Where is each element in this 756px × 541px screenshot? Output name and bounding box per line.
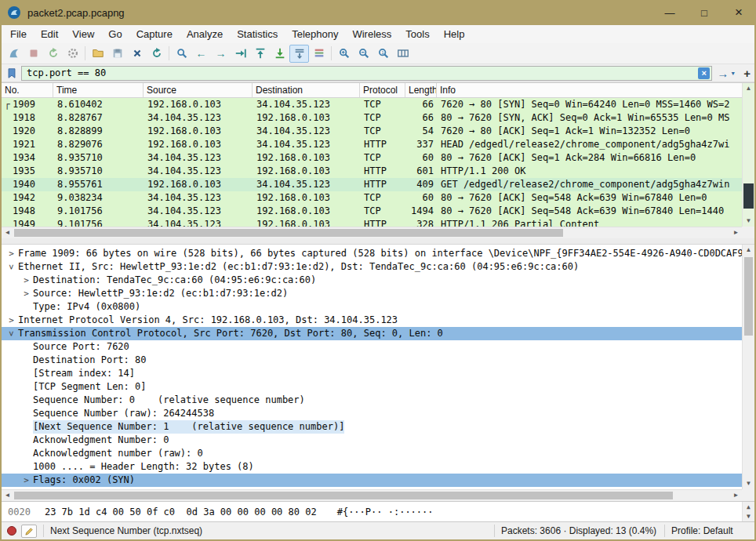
detail-line[interactable]: Destination: TendaTec_9c:ca:60 (04:95:e6…	[2, 274, 742, 287]
expander-icon[interactable]	[20, 407, 33, 420]
filter-add-button[interactable]: +	[743, 67, 751, 80]
go-to-packet-button[interactable]	[231, 45, 250, 63]
expander-icon[interactable]	[20, 287, 33, 300]
hex-line[interactable]: 0020 23 7b 1d c4 00 50 0f c0 0d 3a 00 00…	[2, 502, 742, 521]
detail-line[interactable]: Transmission Control Protocol, Src Port:…	[2, 327, 742, 340]
expander-icon[interactable]	[20, 434, 33, 447]
zoom-original-button[interactable]: 1	[373, 45, 393, 63]
expander-icon[interactable]	[20, 447, 33, 460]
close-file-button[interactable]	[127, 45, 147, 63]
go-last-packet-button[interactable]	[270, 45, 289, 63]
detail-line[interactable]: Sequence Number: 0 (relative sequence nu…	[2, 394, 742, 407]
menu-item[interactable]: Telephony	[285, 26, 345, 43]
filter-bookmark-icon[interactable]	[5, 67, 19, 80]
expander-icon[interactable]	[20, 394, 33, 407]
column-header[interactable]: Time	[53, 83, 144, 97]
close-button[interactable]: ×	[721, 0, 756, 25]
details-hscrollbar[interactable]: ◄ ►	[2, 489, 742, 501]
column-header[interactable]: Length	[405, 83, 437, 97]
stop-capture-button[interactable]	[24, 45, 43, 63]
save-file-button[interactable]	[107, 45, 127, 63]
display-filter-input[interactable]	[22, 67, 698, 78]
menu-item[interactable]: Statistics	[230, 26, 285, 43]
scroll-down-arrow[interactable]: ▼	[743, 478, 754, 489]
expander-icon[interactable]	[20, 300, 33, 314]
expander-icon[interactable]	[20, 354, 33, 367]
menu-item[interactable]: Tools	[398, 26, 436, 43]
detail-line[interactable]: Ethernet II, Src: HewlettP_93:1e:d2 (ec:…	[2, 260, 742, 274]
capture-options-button[interactable]	[63, 45, 82, 63]
reload-file-button[interactable]	[147, 45, 166, 63]
detail-line[interactable]: Source Port: 7620	[2, 340, 742, 354]
column-header[interactable]: Info	[437, 83, 742, 97]
menu-item[interactable]: View	[65, 26, 101, 43]
scrollbar-thumb[interactable]	[744, 257, 753, 336]
titlebar[interactable]: packet2.pcap.pcapng — □ ×	[0, 0, 756, 25]
scrollbar-thumb[interactable]	[14, 229, 563, 237]
packet-row[interactable]: 1921 8.829076 192.168.0.103 34.104.35.12…	[2, 138, 742, 151]
expander-icon[interactable]	[20, 340, 33, 354]
expander-icon[interactable]	[20, 274, 33, 287]
packet-row[interactable]: 1948 9.101756 34.104.35.123 192.168.0.10…	[2, 205, 742, 218]
detail-line[interactable]: Sequence Number (raw): 264244538	[2, 407, 742, 420]
column-header[interactable]: No.	[2, 83, 53, 97]
detail-line[interactable]: [Stream index: 14]	[2, 367, 742, 380]
packet-row[interactable]: ┌ 1909 8.610402 192.168.0.103 34.104.35.…	[2, 98, 742, 111]
menu-item[interactable]: File	[3, 26, 34, 43]
detail-line[interactable]: Source: HewlettP_93:1e:d2 (ec:b1:d7:93:1…	[2, 287, 742, 300]
detail-line[interactable]: Flags: 0x002 (SYN)	[2, 474, 742, 487]
filter-dropdown-icon[interactable]: ▼	[730, 71, 736, 76]
expert-info-icon[interactable]	[7, 526, 16, 536]
detail-line[interactable]: [TCP Segment Len: 0]	[2, 380, 742, 394]
restart-capture-button[interactable]	[43, 45, 63, 63]
scroll-right-arrow[interactable]: ►	[730, 490, 742, 501]
resize-columns-button[interactable]	[393, 45, 413, 63]
scroll-up-arrow[interactable]: ▲	[743, 83, 754, 94]
capture-comment-button[interactable]	[21, 525, 37, 538]
minimize-button[interactable]: —	[652, 0, 687, 25]
colorize-packets-button[interactable]	[309, 45, 329, 63]
detail-line[interactable]: Internet Protocol Version 4, Src: 192.16…	[2, 314, 742, 327]
scroll-left-arrow[interactable]: ◄	[2, 227, 13, 238]
detail-line[interactable]: Type: IPv4 (0x0800)	[2, 300, 742, 314]
expander-icon[interactable]	[20, 367, 33, 380]
expander-icon[interactable]	[5, 260, 18, 274]
menu-item[interactable]: Analyze	[180, 26, 230, 43]
expander-icon[interactable]	[20, 420, 33, 434]
maximize-button[interactable]: □	[687, 0, 721, 25]
scroll-down-arrow[interactable]: ▼	[743, 216, 754, 227]
column-header[interactable]: Source	[144, 83, 253, 97]
expander-icon[interactable]	[20, 380, 33, 394]
expander-icon[interactable]	[5, 247, 18, 260]
column-header[interactable]: Destination	[253, 83, 360, 97]
scroll-up-arrow[interactable]: ▲	[743, 245, 754, 256]
packet-list-vscrollbar[interactable]: ▲ ▼	[742, 83, 754, 227]
expander-icon[interactable]	[20, 474, 33, 487]
column-header[interactable]: Protocol	[360, 83, 405, 97]
start-capture-button[interactable]	[4, 45, 24, 63]
hex-vscrollbar[interactable]: ▲ ▼	[742, 502, 754, 521]
packet-row[interactable]: 1940 8.955761 192.168.0.103 34.104.35.12…	[2, 178, 742, 191]
expander-icon[interactable]	[5, 327, 18, 340]
packet-counts[interactable]: Packets: 3606 · Displayed: 13 (0.4%)	[501, 525, 658, 536]
menu-item[interactable]: Help	[437, 26, 472, 43]
expander-icon[interactable]	[20, 460, 33, 474]
go-forward-button[interactable]: →	[211, 45, 231, 63]
details-vscrollbar[interactable]: ▲ ▼	[742, 245, 754, 489]
menu-item[interactable]: Capture	[129, 26, 180, 43]
packet-row[interactable]: 1942 9.038234 34.104.35.123 192.168.0.10…	[2, 191, 742, 205]
menu-item[interactable]: Go	[101, 26, 129, 43]
expander-icon[interactable]	[5, 314, 18, 327]
pane-splitter[interactable]	[2, 238, 754, 244]
go-back-button[interactable]: ←	[191, 45, 211, 63]
menu-item[interactable]: Edit	[34, 26, 65, 43]
packet-row[interactable]: 1935 8.935710 34.104.35.123 192.168.0.10…	[2, 165, 742, 178]
scroll-down-arrow[interactable]: ▼	[743, 511, 754, 521]
detail-line[interactable]: Acknowledgment number (raw): 0	[2, 447, 742, 460]
detail-line[interactable]: Destination Port: 80	[2, 354, 742, 367]
menu-item[interactable]: Wireless	[345, 26, 398, 43]
auto-scroll-button[interactable]	[289, 45, 309, 63]
open-file-button[interactable]	[88, 45, 107, 63]
packet-row[interactable]: 1920 8.828899 192.168.0.103 34.104.35.12…	[2, 125, 742, 138]
packet-list-hscrollbar[interactable]: ◄ ►	[2, 227, 742, 238]
